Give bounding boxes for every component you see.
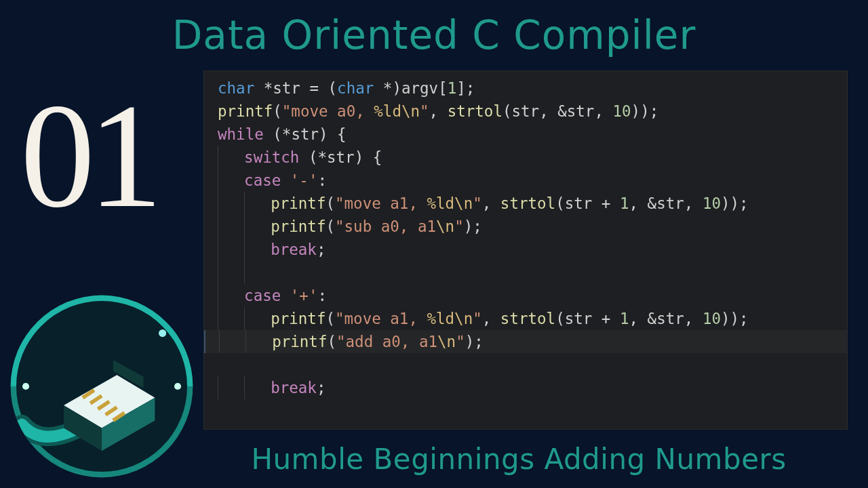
token-punc: ); [464, 218, 482, 235]
svg-point-4 [22, 383, 29, 390]
token-esc: \n [437, 333, 456, 350]
token-id: str [567, 102, 595, 120]
token-punc: , [482, 310, 500, 327]
indent-guide-icon [244, 238, 245, 261]
indent-guide-icon [245, 330, 246, 353]
token-punc: , [684, 195, 703, 212]
token-str: " [456, 333, 465, 350]
token-punc [281, 171, 290, 189]
indent-guide-icon [218, 376, 218, 399]
svg-point-3 [159, 329, 166, 337]
page-subtitle: Humble Beginnings Adding Numbers [190, 443, 848, 476]
code-line: printf("move a1, %ld\n", strtol(str + 1,… [218, 195, 749, 212]
episode-number: 01 [20, 81, 156, 230]
code-content: char *str = (char *)argv[1]; printf("mov… [204, 71, 847, 405]
token-fn: printf [271, 310, 326, 327]
indent-guide-icon [244, 376, 245, 399]
indent-guide-icon [218, 284, 218, 307]
token-str: " [420, 102, 429, 120]
token-str: "move a0, [282, 102, 374, 120]
indent-guide-icon [244, 307, 245, 330]
token-fn: printf [271, 218, 326, 235]
code-line: printf("move a1, %ld\n", strtol(str + 1,… [218, 310, 749, 327]
token-id: str [291, 125, 319, 143]
token-kw: case [244, 171, 281, 189]
code-editor: char *str = (char *)argv[1]; printf("mov… [203, 70, 848, 430]
token-op: = ( [300, 79, 337, 97]
token-punc: ( [273, 102, 282, 120]
token-id: str [565, 310, 593, 327]
token-punc: ( [326, 310, 335, 327]
token-num: 10 [703, 310, 721, 327]
token-punc: (* [299, 148, 327, 166]
token-fn: printf [218, 102, 273, 120]
token-punc: , [629, 310, 648, 327]
token-fn: strtol [500, 195, 555, 212]
token-id: argv [401, 79, 438, 97]
token-punc: ; [317, 241, 326, 258]
token-punc: ]; [456, 79, 475, 97]
token-esc: %ld\n [374, 102, 420, 120]
token-punc: ) { [319, 125, 347, 143]
token-esc: %ld\n [427, 310, 473, 327]
token-str: " [473, 195, 482, 212]
token-str: '+' [290, 287, 318, 304]
code-line: while (*str) { [218, 125, 347, 143]
token-amp: & [557, 102, 567, 120]
token-amp: & [648, 310, 657, 327]
indent-guide-icon [244, 192, 245, 215]
code-line: printf("sub a0, a1\n"); [218, 218, 482, 235]
token-punc: ( [327, 333, 336, 350]
token-id: str [512, 102, 540, 120]
token-str: "move a1, [335, 310, 427, 327]
token-punc: ; [317, 379, 326, 396]
token-punc: )); [721, 310, 749, 327]
token-id: str [273, 79, 300, 97]
token-str: "add a0, a1 [336, 333, 437, 350]
token-punc: , [429, 102, 448, 120]
indent-guide-icon [218, 307, 218, 330]
token-punc: [ [438, 79, 448, 97]
indent-guide-icon [244, 215, 245, 238]
token-punc: , [684, 310, 703, 327]
token-punc: : [317, 171, 327, 189]
code-line: char *str = (char *)argv[1]; [218, 79, 475, 97]
token-op: * [254, 79, 273, 97]
indent-guide-icon [218, 169, 218, 192]
token-num: 1 [620, 310, 629, 327]
token-num: 1 [620, 195, 629, 212]
indent-guide-icon [218, 192, 218, 215]
token-id: str [656, 195, 684, 212]
token-kw: break [271, 379, 317, 396]
code-line: break; [218, 241, 326, 258]
indent-guide-icon [219, 330, 220, 353]
token-punc: )); [721, 195, 749, 212]
token-punc: , [629, 195, 648, 212]
token-id: str [565, 195, 593, 212]
code-line: switch (*str) { [218, 148, 382, 166]
channel-logo-icon [7, 291, 197, 481]
token-str: " [473, 310, 482, 327]
token-str: '-' [290, 171, 318, 189]
token-punc: ( [502, 102, 512, 120]
token-punc: ( [555, 195, 565, 212]
token-punc: ( [326, 218, 335, 235]
token-op: *) [374, 79, 401, 97]
token-num: 10 [613, 102, 631, 120]
token-punc [281, 287, 290, 304]
token-num: 1 [448, 79, 457, 97]
token-kw: case [244, 287, 281, 304]
token-fn: strtol [448, 102, 502, 120]
indent-guide-icon [244, 261, 245, 284]
token-id: str [327, 148, 355, 166]
token-punc: ) { [355, 148, 382, 166]
token-num: 10 [703, 195, 721, 212]
token-kw: while [218, 125, 264, 143]
token-op: + [592, 310, 620, 327]
token-kw: break [271, 241, 317, 258]
svg-point-5 [174, 383, 181, 390]
token-fn: strtol [500, 310, 555, 327]
token-str: "sub a0, a1 [335, 218, 436, 235]
token-punc: , [594, 102, 612, 120]
token-id: str [656, 310, 684, 327]
